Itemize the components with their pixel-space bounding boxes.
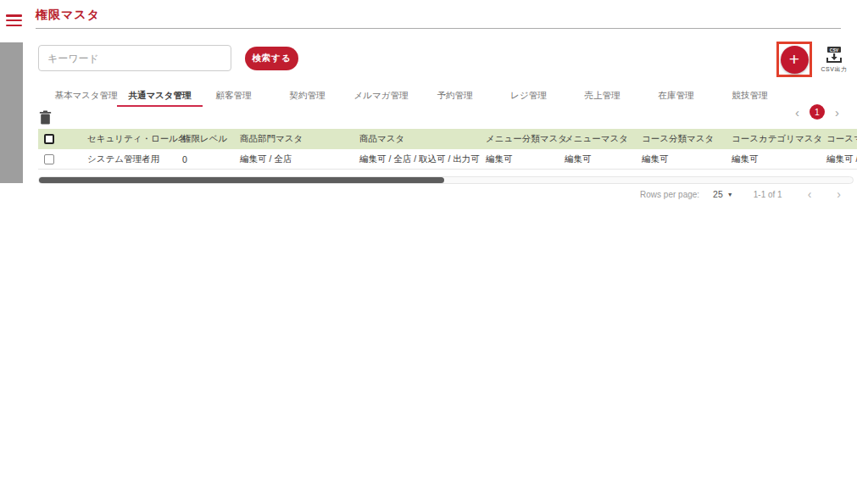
trash-icon bbox=[39, 110, 52, 125]
cell-role-name: システム管理者用 bbox=[86, 153, 181, 165]
csv-export-label: CSV出力 bbox=[815, 65, 854, 74]
delete-icon[interactable] bbox=[39, 110, 53, 125]
next-page-icon[interactable]: › bbox=[837, 187, 841, 201]
tab-bar: 基本マスタ管理 共通マスタ管理 顧客管理 契約管理 メルマガ管理 予約管理 レジ… bbox=[49, 85, 787, 106]
menu-bar bbox=[6, 25, 22, 27]
cell-menu-category: 編集可 bbox=[484, 153, 563, 165]
title-divider bbox=[36, 28, 841, 29]
scrollbar-thumb[interactable] bbox=[39, 177, 444, 183]
table-pagination-top: ‹ 1 › bbox=[792, 104, 843, 120]
csv-export-button[interactable]: CSV CSV出力 bbox=[815, 45, 854, 74]
app-root: 権限マスタ 検索する + CSV CSV出力 基本マスタ管理 共通マスタ管理 顧… bbox=[0, 0, 868, 490]
table-header-row: セキュリティ・ロール名 権限レベル 商品部門マスタ 商品マスタ メニュー分類マス… bbox=[38, 129, 857, 149]
menu-bar bbox=[6, 14, 22, 17]
rows-per-page-select[interactable]: 25 ▼ bbox=[713, 189, 733, 199]
tab-contract[interactable]: 契約管理 bbox=[270, 85, 344, 106]
add-button[interactable]: + bbox=[781, 46, 809, 74]
prev-page-icon[interactable]: ‹ bbox=[792, 106, 803, 119]
row-checkbox-cell bbox=[38, 154, 86, 164]
prev-page-icon[interactable]: ‹ bbox=[808, 187, 812, 201]
cell-menu: 編集可 bbox=[563, 153, 640, 165]
table-row[interactable]: システム管理者用 0 編集可 / 全店 編集可 / 全店 / 取込可 / 出力可… bbox=[38, 149, 857, 170]
cell-course: 編集可 / 全店 bbox=[825, 153, 857, 165]
tab-sales[interactable]: 売上管理 bbox=[565, 85, 639, 106]
tab-register[interactable]: レジ管理 bbox=[492, 85, 565, 106]
column-header: 商品マスタ bbox=[358, 133, 484, 145]
header-checkbox-cell bbox=[38, 134, 86, 144]
menu-bar bbox=[6, 19, 22, 22]
svg-text:CSV: CSV bbox=[830, 47, 839, 53]
column-header: コース分類マスタ bbox=[640, 133, 730, 145]
column-header: コースカテゴリマスタ bbox=[730, 133, 825, 145]
column-header: メニューマスタ bbox=[563, 133, 640, 145]
current-page-badge[interactable]: 1 bbox=[810, 104, 825, 120]
rows-per-page-value: 25 bbox=[713, 189, 723, 199]
tab-competition[interactable]: 競技管理 bbox=[713, 85, 787, 106]
page-title: 権限マスタ bbox=[36, 8, 100, 23]
column-header: セキュリティ・ロール名 bbox=[86, 133, 181, 145]
column-header: 商品部門マスタ bbox=[238, 133, 358, 145]
column-header: コースマスタ bbox=[825, 133, 857, 145]
row-checkbox[interactable] bbox=[44, 154, 54, 164]
column-header: 権限レベル bbox=[181, 133, 238, 145]
save-csv-icon: CSV bbox=[825, 45, 843, 64]
range-label: 1-1 of 1 bbox=[754, 190, 782, 199]
search-button[interactable]: 検索する bbox=[245, 47, 298, 70]
horizontal-scrollbar[interactable] bbox=[38, 176, 854, 184]
cell-product: 編集可 / 全店 / 取込可 / 出力可 bbox=[358, 153, 484, 165]
tab-mailmag[interactable]: メルマガ管理 bbox=[344, 85, 418, 106]
click-highlight-annotation: + bbox=[776, 42, 812, 77]
menu-icon[interactable] bbox=[6, 14, 23, 27]
cell-course-category: 編集可 bbox=[640, 153, 730, 165]
tab-inventory[interactable]: 在庫管理 bbox=[639, 85, 713, 106]
caret-down-icon: ▼ bbox=[727, 192, 733, 198]
tab-basic-master[interactable]: 基本マスタ管理 bbox=[49, 85, 123, 106]
tab-customer[interactable]: 顧客管理 bbox=[197, 85, 270, 106]
tab-common-master[interactable]: 共通マスタ管理 bbox=[123, 85, 197, 106]
select-all-checkbox[interactable] bbox=[44, 134, 54, 144]
cell-product-dept: 編集可 / 全店 bbox=[238, 153, 358, 165]
data-table: セキュリティ・ロール名 権限レベル 商品部門マスタ 商品マスタ メニュー分類マス… bbox=[38, 129, 857, 170]
search-input[interactable] bbox=[38, 45, 231, 71]
next-page-icon[interactable]: › bbox=[832, 106, 843, 119]
pagination-footer: Rows per page: 25 ▼ 1-1 of 1 ‹ › bbox=[640, 187, 841, 201]
column-header: メニュー分類マスタ bbox=[484, 133, 563, 145]
plus-icon: + bbox=[789, 50, 799, 68]
rows-per-page-label: Rows per page: bbox=[640, 190, 699, 199]
cell-permission-level: 0 bbox=[181, 154, 238, 164]
tab-reservation[interactable]: 予約管理 bbox=[418, 85, 492, 106]
sidebar-collapsed-strip bbox=[0, 42, 23, 183]
cell-course-cat-master: 編集可 bbox=[730, 153, 825, 165]
